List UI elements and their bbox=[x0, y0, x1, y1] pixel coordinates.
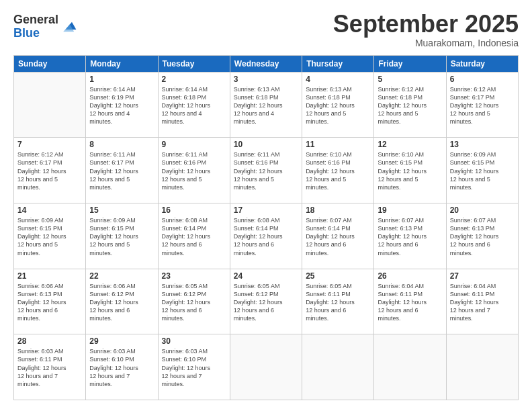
calendar-header-row: Sunday Monday Tuesday Wednesday Thursday… bbox=[14, 55, 519, 72]
calendar-week-4: 21Sunrise: 6:06 AMSunset: 6:13 PMDayligh… bbox=[14, 269, 519, 334]
col-monday: Monday bbox=[86, 55, 158, 72]
col-tuesday: Tuesday bbox=[158, 55, 230, 72]
day-number: 14 bbox=[17, 205, 82, 215]
day-info: Sunrise: 6:08 AMSunset: 6:14 PMDaylight:… bbox=[234, 216, 298, 257]
calendar-cell: 13Sunrise: 6:09 AMSunset: 6:15 PMDayligh… bbox=[446, 138, 518, 203]
calendar-cell: 11Sunrise: 6:10 AMSunset: 6:16 PMDayligh… bbox=[302, 138, 374, 203]
day-info: Sunrise: 6:04 AMSunset: 6:11 PMDaylight:… bbox=[450, 282, 515, 323]
day-info: Sunrise: 6:09 AMSunset: 6:15 PMDaylight:… bbox=[450, 150, 515, 191]
calendar-cell: 28Sunrise: 6:03 AMSunset: 6:11 PMDayligh… bbox=[14, 334, 86, 400]
calendar-cell: 25Sunrise: 6:05 AMSunset: 6:11 PMDayligh… bbox=[302, 269, 374, 334]
day-number: 9 bbox=[162, 140, 226, 149]
day-info: Sunrise: 6:12 AMSunset: 6:17 PMDaylight:… bbox=[450, 85, 515, 126]
day-number: 26 bbox=[378, 271, 442, 281]
day-info: Sunrise: 6:05 AMSunset: 6:11 PMDaylight:… bbox=[306, 282, 370, 323]
col-wednesday: Wednesday bbox=[230, 55, 302, 72]
logo: General Blue bbox=[13, 13, 77, 40]
page: General Blue September 2025 Muarakomam, … bbox=[0, 0, 532, 411]
calendar-week-2: 7Sunrise: 6:12 AMSunset: 6:17 PMDaylight… bbox=[14, 138, 519, 203]
day-info: Sunrise: 6:14 AMSunset: 6:19 PMDaylight:… bbox=[89, 85, 154, 126]
day-number: 7 bbox=[17, 140, 82, 149]
day-info: Sunrise: 6:07 AMSunset: 6:14 PMDaylight:… bbox=[306, 216, 370, 257]
calendar-cell: 23Sunrise: 6:05 AMSunset: 6:12 PMDayligh… bbox=[158, 269, 230, 334]
day-info: Sunrise: 6:03 AMSunset: 6:11 PMDaylight:… bbox=[17, 347, 82, 388]
calendar-table: Sunday Monday Tuesday Wednesday Thursday… bbox=[13, 55, 519, 400]
calendar-cell: 16Sunrise: 6:08 AMSunset: 6:14 PMDayligh… bbox=[158, 203, 230, 269]
day-number: 3 bbox=[234, 75, 298, 84]
calendar-cell: 19Sunrise: 6:07 AMSunset: 6:13 PMDayligh… bbox=[374, 203, 446, 269]
day-info: Sunrise: 6:03 AMSunset: 6:10 PMDaylight:… bbox=[89, 347, 154, 388]
day-info: Sunrise: 6:11 AMSunset: 6:16 PMDaylight:… bbox=[162, 150, 226, 191]
day-number: 22 bbox=[89, 271, 154, 281]
calendar-cell: 21Sunrise: 6:06 AMSunset: 6:13 PMDayligh… bbox=[14, 269, 86, 334]
header: General Blue September 2025 Muarakomam, … bbox=[13, 11, 519, 48]
day-info: Sunrise: 6:09 AMSunset: 6:15 PMDaylight:… bbox=[17, 216, 82, 257]
calendar-week-1: 1Sunrise: 6:14 AMSunset: 6:19 PMDaylight… bbox=[14, 72, 519, 138]
calendar-cell: 24Sunrise: 6:05 AMSunset: 6:12 PMDayligh… bbox=[230, 269, 302, 334]
col-sunday: Sunday bbox=[14, 55, 86, 72]
day-info: Sunrise: 6:10 AMSunset: 6:16 PMDaylight:… bbox=[306, 150, 370, 191]
day-number: 20 bbox=[450, 205, 515, 215]
logo-general: General bbox=[13, 13, 58, 27]
day-info: Sunrise: 6:08 AMSunset: 6:14 PMDaylight:… bbox=[162, 216, 226, 257]
calendar-cell: 29Sunrise: 6:03 AMSunset: 6:10 PMDayligh… bbox=[86, 334, 158, 400]
day-number: 18 bbox=[306, 205, 370, 215]
day-info: Sunrise: 6:06 AMSunset: 6:12 PMDaylight:… bbox=[89, 282, 154, 323]
day-info: Sunrise: 6:13 AMSunset: 6:18 PMDaylight:… bbox=[306, 85, 370, 126]
day-info: Sunrise: 6:12 AMSunset: 6:17 PMDaylight:… bbox=[17, 150, 82, 191]
calendar-cell: 26Sunrise: 6:04 AMSunset: 6:11 PMDayligh… bbox=[374, 269, 446, 334]
day-info: Sunrise: 6:11 AMSunset: 6:16 PMDaylight:… bbox=[234, 150, 298, 191]
day-info: Sunrise: 6:07 AMSunset: 6:13 PMDaylight:… bbox=[450, 216, 515, 257]
day-info: Sunrise: 6:07 AMSunset: 6:13 PMDaylight:… bbox=[378, 216, 442, 257]
day-info: Sunrise: 6:05 AMSunset: 6:12 PMDaylight:… bbox=[234, 282, 298, 323]
day-number: 5 bbox=[378, 75, 442, 84]
calendar-cell: 20Sunrise: 6:07 AMSunset: 6:13 PMDayligh… bbox=[446, 203, 518, 269]
logo-text: General Blue bbox=[13, 13, 58, 40]
day-number: 16 bbox=[162, 205, 226, 215]
calendar-cell: 1Sunrise: 6:14 AMSunset: 6:19 PMDaylight… bbox=[86, 72, 158, 138]
day-info: Sunrise: 6:11 AMSunset: 6:17 PMDaylight:… bbox=[89, 150, 154, 191]
day-number: 8 bbox=[89, 140, 154, 149]
day-number: 30 bbox=[162, 336, 226, 346]
calendar-cell: 18Sunrise: 6:07 AMSunset: 6:14 PMDayligh… bbox=[302, 203, 374, 269]
day-number: 19 bbox=[378, 205, 442, 215]
day-number: 12 bbox=[378, 140, 442, 149]
calendar-cell bbox=[230, 334, 302, 400]
calendar-cell: 22Sunrise: 6:06 AMSunset: 6:12 PMDayligh… bbox=[86, 269, 158, 334]
day-info: Sunrise: 6:14 AMSunset: 6:18 PMDaylight:… bbox=[162, 85, 226, 126]
day-number: 21 bbox=[17, 271, 82, 281]
day-number: 15 bbox=[89, 205, 154, 215]
day-info: Sunrise: 6:10 AMSunset: 6:15 PMDaylight:… bbox=[378, 150, 442, 191]
day-info: Sunrise: 6:13 AMSunset: 6:18 PMDaylight:… bbox=[234, 85, 298, 126]
day-info: Sunrise: 6:03 AMSunset: 6:10 PMDaylight:… bbox=[162, 347, 226, 388]
calendar-cell: 17Sunrise: 6:08 AMSunset: 6:14 PMDayligh… bbox=[230, 203, 302, 269]
day-info: Sunrise: 6:04 AMSunset: 6:11 PMDaylight:… bbox=[378, 282, 442, 323]
calendar-week-5: 28Sunrise: 6:03 AMSunset: 6:11 PMDayligh… bbox=[14, 334, 519, 400]
logo-icon bbox=[61, 19, 77, 35]
day-number: 13 bbox=[450, 140, 515, 149]
calendar-week-3: 14Sunrise: 6:09 AMSunset: 6:15 PMDayligh… bbox=[14, 203, 519, 269]
col-friday: Friday bbox=[374, 55, 446, 72]
day-number: 23 bbox=[162, 271, 226, 281]
calendar-cell: 27Sunrise: 6:04 AMSunset: 6:11 PMDayligh… bbox=[446, 269, 518, 334]
calendar-cell: 3Sunrise: 6:13 AMSunset: 6:18 PMDaylight… bbox=[230, 72, 302, 138]
day-number: 28 bbox=[17, 336, 82, 346]
calendar-cell bbox=[374, 334, 446, 400]
calendar-cell bbox=[302, 334, 374, 400]
month-title: September 2025 bbox=[333, 11, 519, 38]
calendar-cell: 5Sunrise: 6:12 AMSunset: 6:18 PMDaylight… bbox=[374, 72, 446, 138]
day-info: Sunrise: 6:09 AMSunset: 6:15 PMDaylight:… bbox=[89, 216, 154, 257]
day-number: 6 bbox=[450, 75, 515, 84]
calendar-cell: 30Sunrise: 6:03 AMSunset: 6:10 PMDayligh… bbox=[158, 334, 230, 400]
calendar-cell: 8Sunrise: 6:11 AMSunset: 6:17 PMDaylight… bbox=[86, 138, 158, 203]
subtitle: Muarakomam, Indonesia bbox=[333, 38, 519, 48]
day-number: 27 bbox=[450, 271, 515, 281]
calendar-cell: 2Sunrise: 6:14 AMSunset: 6:18 PMDaylight… bbox=[158, 72, 230, 138]
calendar-cell: 15Sunrise: 6:09 AMSunset: 6:15 PMDayligh… bbox=[86, 203, 158, 269]
day-info: Sunrise: 6:12 AMSunset: 6:18 PMDaylight:… bbox=[378, 85, 442, 126]
day-number: 1 bbox=[89, 75, 154, 84]
calendar-cell: 10Sunrise: 6:11 AMSunset: 6:16 PMDayligh… bbox=[230, 138, 302, 203]
day-number: 10 bbox=[234, 140, 298, 149]
day-number: 4 bbox=[306, 75, 370, 84]
calendar-body: 1Sunrise: 6:14 AMSunset: 6:19 PMDaylight… bbox=[14, 72, 519, 400]
